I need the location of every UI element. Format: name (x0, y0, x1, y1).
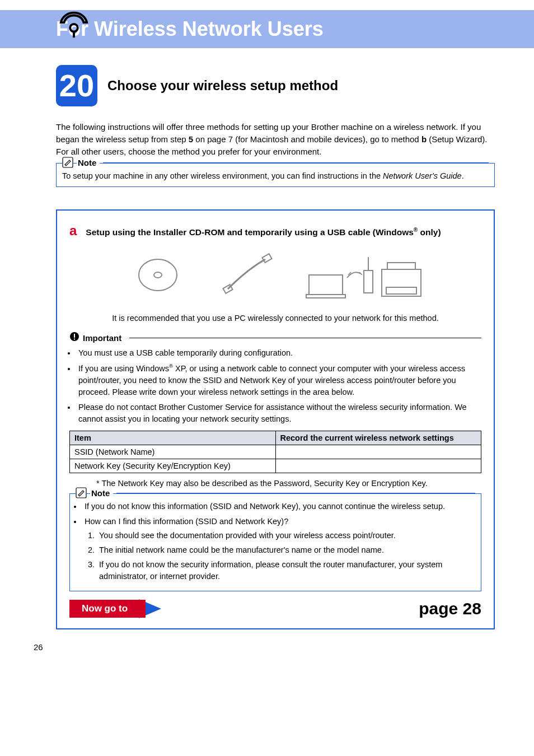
laptop-router-printer-icon (303, 250, 427, 300)
usb-cable-icon (214, 250, 281, 300)
wireless-icon (56, 6, 92, 41)
note2-b1: If you do not know this information (SSI… (82, 501, 475, 512)
method-a-box: a Setup using the Installer CD-ROM and t… (56, 209, 495, 629)
note2-b2: How can I find this information (SSID an… (82, 516, 475, 583)
note2-bullets: If you do not know this information (SSI… (76, 501, 475, 583)
note-label-2: Note (90, 488, 113, 498)
svg-rect-11 (382, 269, 421, 296)
svg-rect-7 (309, 275, 343, 295)
recommendation-line: It is recommended that you use a PC wire… (69, 314, 481, 323)
svg-rect-8 (306, 295, 345, 298)
svg-rect-16 (74, 339, 75, 340)
goto-row: Now go to page 28 (69, 599, 481, 618)
bullet-2: If you are using Windows® XP, or using a… (76, 362, 481, 398)
note1-b: . (462, 171, 464, 180)
header-title: For Wireless Network Users (56, 17, 324, 41)
settings-table: Item Record the current wireless network… (69, 431, 481, 473)
note-rule (103, 162, 489, 163)
step-number-box: 20 (56, 65, 97, 106)
illustration-row (69, 244, 481, 306)
bullet-1: You must use a USB cable temporarily dur… (76, 347, 481, 359)
svg-point-3 (139, 259, 177, 291)
step-number: 20 (59, 70, 94, 101)
pencil-icon (76, 487, 87, 498)
important-icon (69, 332, 79, 344)
b2a: If you are using Windows (78, 364, 169, 373)
method-heading: a Setup using the Installer CD-ROM and t… (69, 223, 481, 239)
table-row: SSID (Network Name) (70, 445, 481, 459)
table-row: Network Key (Security Key/Encryption Key… (70, 459, 481, 473)
note2-numlist: You should see the documentation provide… (97, 530, 475, 583)
table-footnote: * The Network Key may also be described … (69, 479, 481, 488)
note-rule-2 (116, 493, 475, 493)
note-label: Note (77, 158, 100, 167)
td-ssid-value[interactable] (275, 445, 481, 459)
note-box-inset: Note If you do not know this information… (69, 493, 481, 591)
th-record: Record the current wireless network sett… (275, 431, 481, 445)
method-title: Setup using the Installer CD-ROM and tem… (86, 227, 441, 237)
method-letter: a (69, 223, 77, 239)
note-box-top: Note To setup your machine in any other … (56, 163, 495, 187)
intro-text-d: b (421, 134, 427, 144)
note-body: To setup your machine in any other wirel… (62, 170, 489, 182)
page-content: 20 Choose your wireless setup method The… (0, 48, 534, 629)
th-item: Item (70, 431, 276, 445)
intro-text-b: 5 (189, 134, 193, 144)
goto-label: Now go to (69, 600, 146, 618)
svg-rect-15 (74, 334, 75, 338)
cd-icon (124, 250, 191, 300)
td-ssid: SSID (Network Name) (70, 445, 276, 459)
step-title: Choose your wireless setup method (107, 78, 338, 94)
ma-title-a: Setup using the Installer CD-ROM and tem… (86, 227, 414, 237)
svg-rect-13 (386, 287, 416, 294)
svg-point-0 (70, 24, 78, 32)
important-label: Important (83, 333, 121, 343)
important-title-row: Important (69, 332, 481, 344)
note-title-row: Note (62, 157, 489, 168)
svg-rect-2 (63, 157, 73, 167)
intro-paragraph: The following instructions will offer th… (56, 121, 495, 157)
pencil-icon (62, 157, 73, 168)
important-rule (129, 338, 481, 338)
note2-n1: You should see the documentation provide… (97, 530, 475, 542)
note2-n3: If you do not know the security informat… (97, 559, 475, 584)
td-networkkey: Network Key (Security Key/Encryption Key… (70, 459, 276, 473)
svg-rect-12 (387, 263, 415, 269)
ma-title-b: only) (418, 227, 441, 237)
svg-point-4 (154, 272, 162, 278)
svg-rect-5 (262, 254, 271, 263)
svg-rect-17 (76, 488, 86, 498)
step-heading-row: 20 Choose your wireless setup method (56, 65, 495, 106)
important-bullets: You must use a USB cable temporarily dur… (69, 347, 481, 425)
svg-rect-9 (364, 270, 373, 293)
goto-target: page 28 (419, 599, 481, 618)
note1-em: Network User's Guide (383, 171, 462, 180)
note2-n2: The initial network name could be the ma… (97, 544, 475, 557)
intro-text-c: on page 7 (for Macintosh and mobile devi… (193, 134, 421, 144)
bullet-3: Please do not contact Brother Customer S… (76, 402, 481, 425)
page-number: 26 (34, 642, 43, 652)
note-title-row-2: Note (76, 487, 475, 498)
note1-a: To setup your machine in any other wirel… (62, 171, 383, 180)
td-networkkey-value[interactable] (275, 459, 481, 473)
note2-b2-text: How can I find this information (SSID an… (85, 517, 288, 526)
